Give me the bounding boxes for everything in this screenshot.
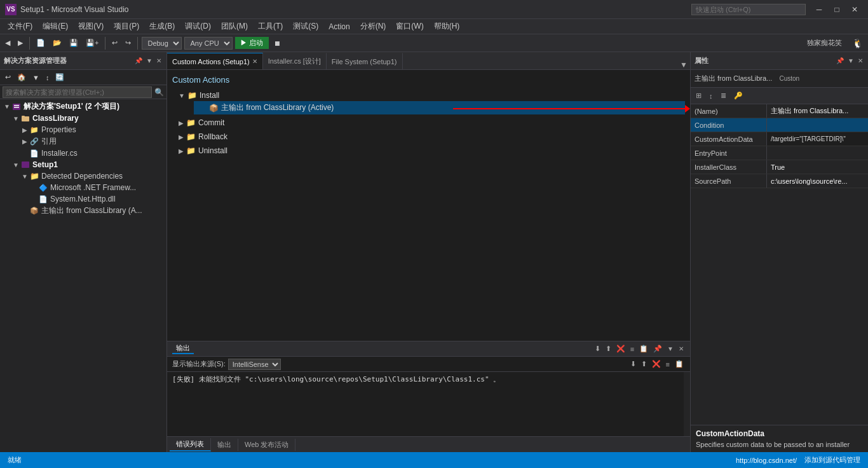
setup1-toggle[interactable]: ▼ xyxy=(11,162,20,169)
menu-item-h[interactable]: 帮助(H) xyxy=(429,20,465,33)
props-grid-btn[interactable]: ⊞ xyxy=(693,90,704,101)
commit-folder[interactable]: ▶ 📁 Commit xyxy=(179,117,685,128)
menu-item-n[interactable]: 分析(N) xyxy=(355,20,391,33)
menu-item-w[interactable]: 窗口(W) xyxy=(391,20,428,33)
status-source-control[interactable]: 添加到源代码管理 xyxy=(802,455,863,465)
close-button[interactable]: ✕ xyxy=(846,3,863,16)
properties-item[interactable]: ▶ 📁 Properties xyxy=(0,124,166,135)
output-filter-btn[interactable]: ⬇ xyxy=(629,360,637,368)
output-btn1[interactable]: ⬇ xyxy=(593,345,602,353)
props-row-customactiondata[interactable]: CustomActionData /targetdir="[TARGETDIR]… xyxy=(691,132,868,146)
output-copy-btn[interactable]: 📋 xyxy=(674,360,685,368)
status-link[interactable]: http://blog.csdn.net/ xyxy=(733,457,799,464)
new-project-button[interactable]: 📄 xyxy=(34,38,48,48)
rollback-folder[interactable]: ▶ 📁 Rollback xyxy=(179,131,685,142)
output-source-select[interactable]: IntelliSense xyxy=(228,359,281,370)
tab-file-system[interactable]: File System (Setup1) xyxy=(327,53,403,69)
pin-icon[interactable]: 📌 xyxy=(133,57,144,65)
dotnet-framework-item[interactable]: 🔷 Microsoft .NET Framew... xyxy=(0,182,166,193)
solution-toolbar-btn1[interactable]: ↩ xyxy=(3,72,13,83)
solution-toolbar-btn5[interactable]: 🔄 xyxy=(53,72,67,83)
output-btn2[interactable]: ⬆ xyxy=(604,345,613,353)
props-row-entrypoint[interactable]: EntryPoint xyxy=(691,146,868,160)
platform-select[interactable]: Any CPU xyxy=(184,37,233,50)
system-net-item[interactable]: 📄 System.Net.Http.dll xyxy=(0,193,166,205)
output-settings-icon[interactable]: ▼ xyxy=(666,345,675,353)
save-button[interactable]: 💾 xyxy=(67,38,81,48)
props-close-icon[interactable]: ✕ xyxy=(857,57,864,65)
references-item[interactable]: ▶ 🔗 引用 xyxy=(0,135,166,148)
back-button[interactable]: ◀ xyxy=(3,38,13,48)
output-scrollbar[interactable] xyxy=(684,372,690,436)
bottom-tab-web[interactable]: Web 发布活动 xyxy=(238,439,295,451)
undo-button[interactable]: ↩ xyxy=(109,38,120,48)
redo-button[interactable]: ↪ xyxy=(123,38,133,48)
menu-item-s[interactable]: 测试(S) xyxy=(288,20,323,33)
props-settings-icon[interactable]: ▼ xyxy=(846,57,855,65)
minimize-button[interactable]: ─ xyxy=(811,3,827,16)
menu-item-v[interactable]: 视图(V) xyxy=(73,20,109,33)
menu-item-p[interactable]: 项目(P) xyxy=(109,20,144,33)
menu-item-b[interactable]: 生成(B) xyxy=(144,20,180,33)
primary-output-item[interactable]: 📦 主输出 from ClassLibrary (A... xyxy=(0,205,166,217)
tab-installer-design[interactable]: Installer.cs [设计] xyxy=(263,53,327,69)
props-pin-icon[interactable]: 📌 xyxy=(835,57,845,65)
install-primary-output-item[interactable]: 📦 主输出 from ClassLibrary (Active) xyxy=(194,101,685,114)
status-ready[interactable]: 就绪 xyxy=(5,455,24,465)
forward-button[interactable]: ▶ xyxy=(15,38,25,48)
bottom-tab-output[interactable]: 输出 xyxy=(211,439,238,451)
solution-search-input[interactable] xyxy=(3,86,152,98)
tab-dropdown-icon[interactable]: ▼ xyxy=(677,60,690,69)
props-row-installerclass[interactable]: InstallerClass True xyxy=(691,160,868,174)
output-filter-btn2[interactable]: ⬆ xyxy=(640,360,648,368)
start-button[interactable]: ▶ 启动 xyxy=(235,37,268,49)
output-close-icon[interactable]: ✕ xyxy=(677,345,685,353)
solution-toggle[interactable]: ▼ xyxy=(3,103,11,110)
classlibrary-toggle[interactable]: ▼ xyxy=(11,115,20,122)
installer-cs-item[interactable]: 📄 Installer.cs xyxy=(0,148,166,159)
menu-item-d[interactable]: 调试(D) xyxy=(180,20,216,33)
search-icon[interactable]: 🔍 xyxy=(154,88,164,97)
solution-root-item[interactable]: ▼ 解决方案'Setup1' (2 个项目) xyxy=(0,100,166,113)
tab-custom-actions-close[interactable]: ✕ xyxy=(252,58,257,65)
props-row-name[interactable]: (Name) 主输出 from ClassLibra... xyxy=(691,104,868,118)
detected-deps-toggle[interactable]: ▼ xyxy=(20,173,29,180)
save-all-button[interactable]: 💾+ xyxy=(83,38,101,48)
solution-toolbar-btn3[interactable]: ▼ xyxy=(30,72,42,83)
properties-toggle[interactable]: ▶ xyxy=(20,127,29,134)
solution-toolbar-btn4[interactable]: ↕ xyxy=(43,72,52,83)
properties-object-selector[interactable]: 主输出 from ClassLibra... Custon xyxy=(691,70,868,88)
menu-item-t[interactable]: 工具(T) xyxy=(253,20,288,33)
props-customactiondata-value[interactable]: /targetdir="[TARGETDIR]\" xyxy=(767,132,868,146)
solution-toolbar-btn2[interactable]: 🏠 xyxy=(15,72,29,83)
maximize-button[interactable]: □ xyxy=(829,3,845,16)
menu-item-f[interactable]: 文件(F) xyxy=(3,20,37,33)
quick-launch-input[interactable] xyxy=(691,4,806,15)
bottom-tab-errors[interactable]: 错误列表 xyxy=(170,438,211,451)
menu-item-action[interactable]: Action xyxy=(323,21,355,32)
uninstall-folder[interactable]: ▶ 📁 Uninstall xyxy=(179,145,685,156)
props-row-sourcepath[interactable]: SourcePath c:\users\long\source\re... xyxy=(691,174,868,188)
menu-item-m[interactable]: 团队(M) xyxy=(216,20,253,33)
debug-config-select[interactable]: Debug xyxy=(142,37,182,50)
props-row-condition[interactable]: Condition xyxy=(691,118,868,132)
setup1-item[interactable]: ▼ Setup1 xyxy=(0,159,166,170)
output-wrap-btn[interactable]: ≡ xyxy=(665,360,671,368)
tab-custom-actions[interactable]: Custom Actions (Setup1) ✕ xyxy=(167,53,263,69)
close-sidebar-icon[interactable]: ✕ xyxy=(155,57,163,65)
sidebar-settings-icon[interactable]: ▼ xyxy=(145,57,154,65)
output-btn5[interactable]: 📋 xyxy=(638,345,649,353)
menu-item-e[interactable]: 编辑(E) xyxy=(37,20,73,33)
pin-output-icon[interactable]: 📌 xyxy=(652,345,663,353)
output-btn4[interactable]: ≡ xyxy=(629,345,635,353)
props-category-btn[interactable]: ≣ xyxy=(718,90,729,101)
references-toggle[interactable]: ▶ xyxy=(20,138,29,145)
open-button[interactable]: 📂 xyxy=(50,38,64,48)
props-sort-btn[interactable]: ↕ xyxy=(707,91,715,101)
classlibrary-item[interactable]: ▼ ClassLibrary xyxy=(0,113,166,124)
stop-button[interactable]: ⏹ xyxy=(271,38,283,48)
output-clear-btn[interactable]: ❌ xyxy=(651,360,662,368)
output-btn3[interactable]: ❌ xyxy=(615,345,627,353)
props-key-icon[interactable]: 🔑 xyxy=(731,90,745,101)
detected-deps-item[interactable]: ▼ 📁 Detected Dependencies xyxy=(0,170,166,182)
